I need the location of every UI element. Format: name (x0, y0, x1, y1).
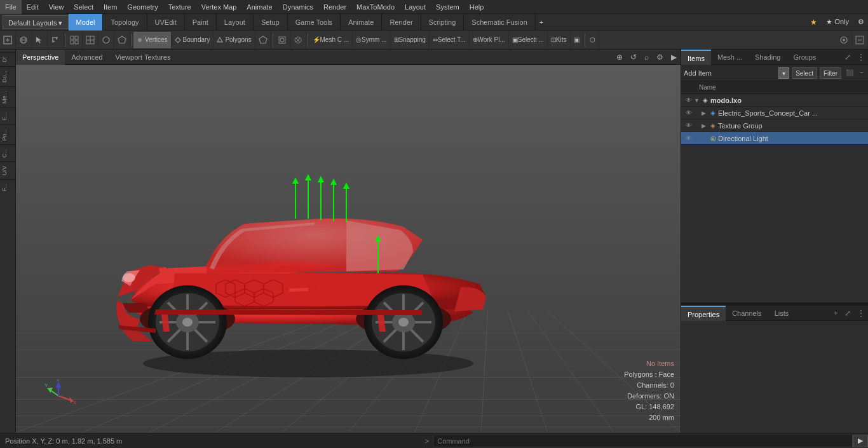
tool-polygons[interactable]: Polygons (214, 32, 255, 48)
viewport-rotate-icon[interactable]: ↺ (627, 50, 641, 65)
command-input[interactable] (433, 435, 853, 447)
menu-edit[interactable]: Edit (22, 0, 44, 14)
eye-icon-car[interactable]: 👁 (684, 109, 694, 116)
menu-item[interactable]: Item (98, 0, 122, 14)
viewport-settings-icon[interactable]: ⚙ (653, 50, 667, 65)
layout-gear-icon[interactable]: ⚙ (854, 18, 868, 26)
item-row-texture[interactable]: 👁 ▶ ◈ Texture Group (681, 119, 868, 132)
layout-tab-uvedit[interactable]: UVEdit (147, 14, 185, 31)
arrow-modo[interactable]: ▼ (694, 97, 700, 104)
item-row-car[interactable]: 👁 ▶ ◈ Electric_Sports_Concept_Car ... (681, 107, 868, 119)
layout-tab-model[interactable]: Model (69, 14, 104, 31)
menu-render[interactable]: Render (318, 0, 351, 14)
layout-tab-layout[interactable]: Layout (217, 14, 254, 31)
left-tab-d[interactable]: D: (0, 52, 15, 66)
eye-icon-light[interactable]: 👁 (684, 135, 694, 142)
tool-t7[interactable] (290, 32, 306, 48)
menu-animate[interactable]: Animate (241, 0, 277, 14)
tool-snapping[interactable]: ⊕ Work Pl... (470, 32, 509, 48)
props-tab-channels[interactable]: Channels (726, 306, 768, 321)
menu-vertex-map[interactable]: Vertex Map (196, 0, 242, 14)
menu-texture[interactable]: Texture (163, 0, 196, 14)
menu-select[interactable]: Select (69, 0, 98, 14)
tool-vr1[interactable] (836, 32, 852, 48)
tool-mesh-type[interactable] (255, 32, 271, 48)
menu-dynamics[interactable]: Dynamics (278, 0, 318, 14)
items-collapse-btn[interactable]: ⬛ (844, 69, 855, 76)
tool-globe[interactable] (16, 32, 32, 48)
tool-new[interactable] (0, 32, 16, 48)
left-tab-po[interactable]: Po... (0, 125, 15, 145)
tool-cursor[interactable] (32, 32, 48, 48)
viewport-tab-advanced[interactable]: Advanced (65, 50, 109, 65)
select-btn[interactable]: Select (792, 67, 817, 79)
tool-selecti[interactable]: ▣ (571, 32, 583, 48)
arrow-texture[interactable]: ▶ (702, 123, 708, 129)
tool-vr2[interactable] (852, 32, 868, 48)
tool-meshc[interactable]: ⊞ Snapping (391, 32, 430, 48)
add-item-dropdown[interactable]: ▾ (778, 67, 789, 79)
tool-circle[interactable] (98, 32, 114, 48)
menu-system[interactable]: System (431, 0, 465, 14)
viewport-canvas[interactable]: No Items Polygons : Face Channels: 0 Def… (16, 65, 681, 433)
tool-vertices[interactable]: Vertices (133, 32, 172, 48)
props-gear-btn[interactable]: ⋮ (854, 306, 868, 321)
tool-action[interactable]: ⚡ Mesh C ... (309, 32, 353, 48)
left-tab-e[interactable]: E... (0, 107, 15, 125)
tool-boundary[interactable]: Boundary (172, 32, 214, 48)
left-tab-me[interactable]: Me... (0, 86, 15, 107)
menu-maxtomodo[interactable]: MaxToModo (351, 0, 400, 14)
tool-arrow[interactable] (48, 32, 64, 48)
tool-select-t[interactable]: ▣ Selecti ... (509, 32, 548, 48)
layout-tab-setup[interactable]: Setup (254, 14, 288, 31)
tool-work-pl[interactable]: ⊡ Kits (548, 32, 571, 48)
layout-tab-game-tools[interactable]: Game Tools (288, 14, 341, 31)
items-expand-btn[interactable]: ⤢ (841, 50, 854, 65)
items-tab-shading[interactable]: Shading (749, 50, 787, 65)
layout-tab-paint[interactable]: Paint (185, 14, 217, 31)
viewport-zoom-icon[interactable]: ⌕ (641, 50, 653, 65)
left-tab-c[interactable]: C... (0, 144, 15, 161)
items-minus-btn[interactable]: − (858, 69, 865, 76)
items-tab-mesh[interactable]: Mesh ... (711, 50, 749, 65)
tool-kits[interactable]: ⬡ (587, 32, 599, 48)
layout-tab-schematic[interactable]: Schematic Fusion (464, 14, 535, 31)
props-tab-properties[interactable]: Properties (681, 306, 726, 321)
item-row-modo[interactable]: 👁 ▼ ◈ modo.lxo (681, 94, 868, 107)
layout-add-tab[interactable]: + (536, 18, 547, 26)
arrow-car[interactable]: ▶ (702, 110, 708, 116)
viewport-tab-textures[interactable]: Viewport Textures (109, 50, 177, 65)
viewport-home-icon[interactable]: ⊕ (613, 50, 627, 65)
eye-icon-texture[interactable]: 👁 (684, 122, 694, 129)
menu-layout[interactable]: Layout (400, 0, 431, 14)
viewport-play-icon[interactable]: ▶ (667, 50, 681, 65)
filter-btn[interactable]: Filter (820, 67, 841, 79)
layout-tab-render[interactable]: Render (382, 14, 421, 31)
menu-help[interactable]: Help (465, 0, 489, 14)
left-tab-du[interactable]: Du... (0, 66, 15, 86)
tool-shape[interactable] (114, 32, 130, 48)
tool-falloff[interactable]: ◎ Symm ... (353, 32, 390, 48)
props-expand-btn[interactable]: ⤢ (841, 306, 854, 321)
viewport-tab-perspective[interactable]: Perspective (16, 50, 65, 65)
tool-t2[interactable] (83, 32, 98, 48)
layout-tab-animate[interactable]: Animate (341, 14, 382, 31)
props-add-btn[interactable]: + (831, 306, 841, 321)
command-run-button[interactable]: ▶ (853, 435, 868, 447)
item-row-light[interactable]: 👁 ◎ Directional Light (681, 132, 868, 145)
items-tab-groups[interactable]: Groups (787, 50, 822, 65)
eye-icon-modo[interactable]: 👁 (684, 97, 694, 104)
tool-symm[interactable]: ⇔ Select T... (430, 32, 470, 48)
items-gear-btn[interactable]: ⋮ (854, 50, 868, 65)
layout-tab-topology[interactable]: Topology (103, 14, 147, 31)
items-tab-items[interactable]: Items (681, 50, 711, 65)
left-tab-f[interactable]: F... (0, 179, 15, 195)
layout-dropdown[interactable]: Default Layouts ▾ (3, 15, 69, 29)
tool-t6[interactable] (275, 32, 290, 48)
menu-file[interactable]: File (0, 0, 22, 14)
left-tab-uv[interactable]: U/V (0, 161, 15, 179)
menu-geometry[interactable]: Geometry (122, 0, 163, 14)
props-tab-lists[interactable]: Lists (768, 306, 796, 321)
layout-tab-scripting[interactable]: Scripting (421, 14, 465, 31)
menu-view[interactable]: View (44, 0, 69, 14)
